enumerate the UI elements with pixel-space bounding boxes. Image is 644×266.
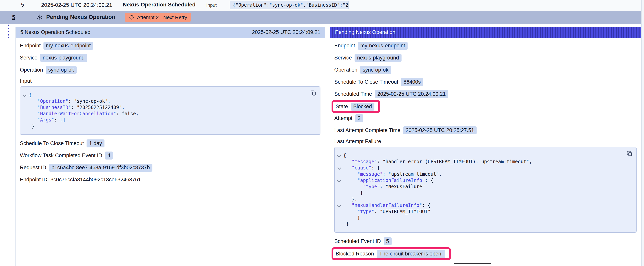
code-text: "BusinessID": "20250225122409", xyxy=(29,105,124,110)
highlight-annotation-box: Blocked ReasonThe circuit breaker is ope… xyxy=(332,247,451,260)
failure-json-viewer: { "message": "handler error (UPSTREAM_TI… xyxy=(334,147,636,233)
code-text: }, xyxy=(343,196,357,202)
copy-button[interactable] xyxy=(310,90,316,96)
code-line: { xyxy=(20,92,320,98)
input-section-label: Input xyxy=(20,78,320,85)
collapse-chevron-icon[interactable] xyxy=(23,93,27,97)
field-label: Service xyxy=(20,55,38,61)
field-value: sync-op-ok xyxy=(360,66,391,74)
panel-timestamp: 2025-02-25 UTC 20:24:09.21 xyxy=(252,29,320,35)
attempt-badge-label: Attempt 2 · Next Retry xyxy=(137,15,187,21)
field-row-last-attempt-complete-time: Last Attempt Complete Time2025-02-25 UTC… xyxy=(334,126,636,134)
attempt-retry-badge[interactable]: Attempt 2 · Next Retry xyxy=(125,13,191,22)
field-row-operation: Operationsync-op-ok xyxy=(20,66,320,74)
scrollbar-track[interactable] xyxy=(642,0,644,266)
field-value: 2 xyxy=(355,114,363,122)
collapse-chevron-icon[interactable] xyxy=(337,153,341,157)
field-label: Endpoint xyxy=(334,43,355,49)
field-label: Operation xyxy=(20,67,43,73)
field-value: The circuit breaker is open. xyxy=(377,250,446,258)
field-label: Scheduled Time xyxy=(334,91,372,97)
field-label: Workflow Task Completed Event ID xyxy=(20,152,102,159)
field-row-schedule-to-close-timeout: Schedule To Close Timeout86400s xyxy=(334,78,636,86)
event-input-preview[interactable]: {"Operation":"sync-op-ok","BusinessID":"… xyxy=(230,1,349,9)
event-id-link[interactable]: 5 xyxy=(21,2,24,8)
panel-title: 5 Nexus Operation Scheduled xyxy=(20,29,90,35)
field-row-endpoint: Endpointmy-nexus-endpoint xyxy=(20,42,320,50)
field-row-schedule-to-close-timeout: Schedule To Close Timeout1 day xyxy=(20,139,320,147)
field-label: Scheduled Event ID xyxy=(334,238,381,244)
field-label: State xyxy=(336,104,348,110)
panel-scheduled-header: 5 Nexus Operation Scheduled 2025-02-25 U… xyxy=(16,27,325,38)
code-text: "nexusHandlerFailureInfo": { xyxy=(343,203,430,208)
code-text: } xyxy=(29,123,34,129)
event-title: Nexus Operation Scheduled xyxy=(123,2,196,8)
timeline-connector xyxy=(8,25,9,38)
code-gutter xyxy=(335,153,343,158)
panel-scheduled-details: 5 Nexus Operation Scheduled 2025-02-25 U… xyxy=(15,27,325,266)
collapse-chevron-icon[interactable] xyxy=(337,178,341,182)
collapse-chevron-icon[interactable] xyxy=(337,203,341,207)
code-line: } xyxy=(335,215,636,221)
field-row-service: Servicenexus-playground xyxy=(20,54,320,62)
highlight-annotation-box: StateBlocked xyxy=(332,100,380,113)
code-text: "Args": [] xyxy=(29,117,66,123)
code-gutter xyxy=(335,178,343,182)
field-value: 86400s xyxy=(401,78,423,86)
code-line: "BusinessID": "20250225122409", xyxy=(20,104,320,111)
code-text: "type": "NexusFailure" xyxy=(343,184,425,189)
code-line: "message": "upstream timeout", xyxy=(335,171,636,177)
code-line: } xyxy=(335,190,636,196)
code-line: "Args": [] xyxy=(20,117,320,123)
field-value: 2025-02-25 UTC 20:24:09.21 xyxy=(375,90,448,98)
field-label: Endpoint ID xyxy=(20,177,47,183)
code-line: "Operation": "sync-op-ok", xyxy=(20,98,320,104)
event-id-link[interactable]: 5 xyxy=(12,14,15,20)
field-group: Endpointmy-nexus-endpointServicenexus-pl… xyxy=(334,42,636,134)
code-line: "type": "NexusFailure" xyxy=(335,183,636,190)
code-text: } xyxy=(343,215,360,220)
field-value: b1c6a4bc-8ee7-468a-9169-df3b02c8737b xyxy=(49,164,152,172)
copy-button[interactable] xyxy=(626,150,633,157)
field-value: my-nexus-endpoint xyxy=(358,42,408,50)
panel-pending-details: Pending Nexus Operation Endpointmy-nexus… xyxy=(330,27,641,266)
failure-section-label: Last Attempt Failure xyxy=(334,138,636,145)
code-text: "type": "UPSTREAM_TIMEOUT" xyxy=(343,209,430,214)
field-value: 2025-02-25 UTC 20:25:27.51 xyxy=(403,126,476,134)
event-row-scheduled[interactable]: 5 2025-02-25 UTC 20:24:09.21 Nexus Opera… xyxy=(0,0,641,11)
field-row-endpoint: Endpointmy-nexus-endpoint xyxy=(334,42,636,50)
field-value: sync-op-ok xyxy=(46,66,76,74)
event-input-label: Input xyxy=(206,3,216,8)
code-line: } xyxy=(20,123,320,129)
retry-icon xyxy=(129,15,134,20)
code-text: "message": "upstream timeout", xyxy=(343,171,442,177)
field-value: Blocked xyxy=(351,103,374,111)
code-line: "nexusHandlerFailureInfo": { xyxy=(335,202,636,208)
field-value: my-nexus-endpoint xyxy=(44,42,93,50)
field-row-state: StateBlocked xyxy=(336,103,374,110)
copy-icon xyxy=(310,90,316,96)
pending-asterisk-icon xyxy=(36,14,43,22)
code-line: { xyxy=(335,152,636,159)
field-group: Scheduled Event ID5Blocked ReasonThe cir… xyxy=(334,237,636,261)
event-row-pending[interactable]: 5 Pending Nexus Operation Attempt 2 · Ne… xyxy=(0,11,641,24)
input-json-viewer: { "Operation": "sync-op-ok", "BusinessID… xyxy=(20,86,320,135)
code-line: }, xyxy=(335,196,636,202)
field-row-scheduled-time: Scheduled Time2025-02-25 UTC 20:24:09.21 xyxy=(334,90,636,98)
code-line: "HandlerWaitForCancellation": false, xyxy=(20,111,320,117)
field-row-operation: Operationsync-op-ok xyxy=(334,66,636,74)
code-text: } xyxy=(343,190,363,196)
collapse-chevron-icon[interactable] xyxy=(337,166,341,170)
field-row-workflow-task-completed-event-id: Workflow Task Completed Event ID4 xyxy=(20,152,320,159)
field-row-service: Servicenexus-playground xyxy=(334,54,636,62)
code-text: "message": "handler error (UPSTREAM_TIME… xyxy=(343,159,532,164)
code-text: } xyxy=(343,221,349,227)
code-text: "cause": { xyxy=(343,165,380,171)
field-value: 5 xyxy=(384,237,392,245)
field-row-attempt: Attempt2 xyxy=(334,114,636,122)
field-row-blocked-reason: Blocked ReasonThe circuit breaker is ope… xyxy=(336,250,445,257)
field-group: Schedule To Close Timeout1 dayWorkflow T… xyxy=(20,139,320,183)
field-value: 4 xyxy=(105,152,113,159)
code-text: "HandlerWaitForCancellation": false, xyxy=(29,111,139,116)
field-value[interactable]: 3c0c75ccfa8144b092c13ce632463761 xyxy=(50,176,141,184)
